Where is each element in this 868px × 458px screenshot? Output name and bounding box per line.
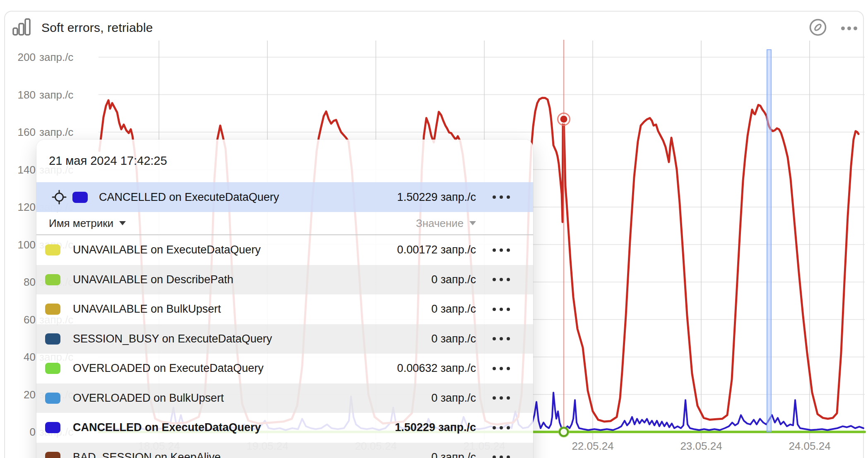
tooltip-metric-row[interactable]: OVERLOADED on BulkUpsert 0 запр./с <box>36 383 533 413</box>
widget-header: Soft errors, retriable <box>12 18 153 37</box>
tooltip-timestamp: 21 мая 2024 17:42:25 <box>36 140 533 182</box>
row-more-icon[interactable] <box>491 195 510 199</box>
series-value: 0 запр./с <box>431 392 476 405</box>
tooltip-metric-row[interactable]: UNAVAILABLE on BulkUpsert 0 запр./с <box>36 294 533 324</box>
row-more-icon[interactable] <box>491 396 510 400</box>
series-value: 0 запр./с <box>431 451 476 458</box>
sort-desc-icon <box>119 221 126 225</box>
series-value: 0 запр./с <box>431 273 476 286</box>
tooltip-column-headers: Имя метрики Значение <box>36 212 533 235</box>
series-value: 1.50229 запр./с <box>395 421 476 434</box>
bar-chart-icon <box>12 18 31 37</box>
series-color-swatch <box>45 244 60 256</box>
row-more-icon[interactable] <box>491 426 510 429</box>
compass-icon[interactable] <box>809 18 827 38</box>
series-color-swatch <box>45 363 60 374</box>
row-more-icon[interactable] <box>491 278 510 281</box>
ellipsis-menu-icon[interactable] <box>841 27 857 30</box>
series-label: CANCELLED on ExecuteDataQuery <box>99 191 397 204</box>
sort-desc-icon <box>469 221 476 225</box>
series-color-swatch <box>45 274 60 285</box>
series-label: UNAVAILABLE on DescribePath <box>73 273 431 286</box>
tooltip-metric-row[interactable]: UNAVAILABLE on DescribePath 0 запр./с <box>36 265 533 295</box>
sort-by-name-button[interactable]: Имя метрики <box>49 217 126 230</box>
series-label: UNAVAILABLE on ExecuteDataQuery <box>73 243 397 256</box>
tooltip-metric-row[interactable]: SESSION_BUSY on ExecuteDataQuery 0 запр.… <box>36 324 533 354</box>
series-color-swatch <box>45 304 60 315</box>
chart-tooltip: 21 мая 2024 17:42:25 CANCELLED on Execut… <box>36 140 533 458</box>
hover-marker-green <box>560 428 568 436</box>
row-more-icon[interactable] <box>491 308 510 311</box>
series-color-swatch <box>45 333 60 345</box>
crosshair-icon <box>52 190 67 205</box>
row-more-icon[interactable] <box>491 367 510 370</box>
row-more-icon[interactable] <box>491 456 510 458</box>
tooltip-metric-row[interactable]: UNAVAILABLE on ExecuteDataQuery 0.00172 … <box>36 235 533 265</box>
tooltip-metric-row[interactable]: CANCELLED on ExecuteDataQuery 1.50229 за… <box>36 413 533 443</box>
series-label: OVERLOADED on ExecuteDataQuery <box>73 362 397 375</box>
series-color-swatch <box>72 192 88 203</box>
series-value: 0.00632 запр./с <box>397 362 476 375</box>
series-label: SESSION_BUSY on ExecuteDataQuery <box>73 333 431 345</box>
tooltip-rows: UNAVAILABLE on ExecuteDataQuery 0.00172 … <box>36 235 533 458</box>
series-label: CANCELLED on ExecuteDataQuery <box>73 421 395 434</box>
tooltip-metric-row[interactable]: OVERLOADED on ExecuteDataQuery 0.00632 з… <box>36 354 533 383</box>
series-label: UNAVAILABLE on BulkUpsert <box>73 303 431 316</box>
row-more-icon[interactable] <box>491 337 510 340</box>
series-value: 0 запр./с <box>431 303 476 316</box>
series-color-swatch <box>45 452 60 458</box>
series-value: 1.50229 запр./с <box>397 191 476 204</box>
time-selection-band[interactable] <box>767 50 771 432</box>
series-color-swatch <box>45 422 60 433</box>
hover-marker-red <box>560 116 567 123</box>
page-title: Soft errors, retriable <box>41 21 153 35</box>
series-label: BAD_SESSION on KeepAlive <box>73 451 431 458</box>
series-value: 0 запр./с <box>431 333 476 345</box>
tooltip-selected-row[interactable]: CANCELLED on ExecuteDataQuery 1.50229 за… <box>36 182 533 212</box>
sort-by-value-button[interactable]: Значение <box>416 217 476 230</box>
row-more-icon[interactable] <box>491 248 510 252</box>
column-name-label: Имя метрики <box>49 217 113 230</box>
column-value-label: Значение <box>416 217 464 230</box>
series-label: OVERLOADED on BulkUpsert <box>73 392 431 405</box>
series-color-swatch <box>45 393 60 404</box>
series-value: 0.00172 запр./с <box>397 243 476 256</box>
tooltip-metric-row[interactable]: BAD_SESSION on KeepAlive 0 запр./с <box>36 443 533 458</box>
